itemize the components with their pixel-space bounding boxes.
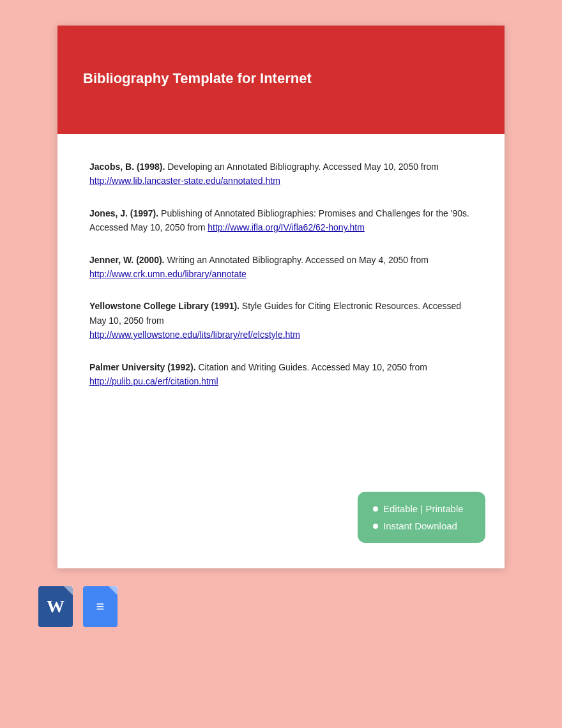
badge-label-2: Instant Download [383,520,457,531]
feature-badge: Editable | Printable Instant Download [358,492,485,543]
document-body: Jacobs, B. (1998). Developing an Annotat… [57,134,505,568]
bib-link-3[interactable]: http://www.crk.umn.edu/library/annotate [89,269,247,279]
bib-link-5[interactable]: http://pulib.pu.ca/erf/citation.html [89,376,218,386]
bib-entry-2: Jones, J. (1997). Publishing of Annotate… [89,206,473,235]
document-title: Bibliography Template for Internet [83,70,479,87]
bib-text-5: Citation and Writing Guides. Accessed Ma… [196,362,427,372]
word-file-icon[interactable] [38,586,73,627]
bib-entry-1: Jacobs, B. (1998). Developing an Annotat… [89,160,473,188]
bib-entry-4: Yellowstone College Library (1991). Styl… [89,299,473,342]
badge-label-1: Editable | Printable [383,503,464,514]
bib-text-3: Writing an Annotated Bibliography. Acces… [165,255,429,265]
document-container: Bibliography Template for Internet Jacob… [57,26,505,568]
word-icon-corner [64,586,73,595]
file-icons-row [38,586,118,627]
bib-text-1: Developing an Annotated Bibliography. Ac… [165,162,439,172]
bib-link-1[interactable]: http://www.lib.lancaster-state.edu/annot… [89,176,280,186]
docs-icon-corner [109,586,118,595]
bib-author-4: Yellowstone College Library (1991). [89,301,239,311]
bib-link-4[interactable]: http://www.yellowstone.edu/lits/library/… [89,330,300,340]
bib-author-1: Jacobs, B. (1998). [89,162,165,172]
bullet-icon-1 [373,506,378,512]
bib-entry-3: Jenner, W. (2000). Writing an Annotated … [89,253,473,282]
badge-item-1: Editable | Printable [373,503,470,514]
bib-author-3: Jenner, W. (2000). [89,255,165,265]
bib-author-5: Palmer University (1992). [89,362,196,372]
google-docs-file-icon[interactable] [83,586,118,627]
bullet-icon-2 [373,524,378,529]
bib-link-2[interactable]: http://www.ifla.org/IV/ifla62/62-hony.ht… [208,222,365,232]
bib-entry-5: Palmer University (1992). Citation and W… [89,360,473,389]
document-header: Bibliography Template for Internet [57,26,505,134]
badge-item-2: Instant Download [373,520,470,531]
bib-author-2: Jones, J. (1997). [89,208,158,218]
